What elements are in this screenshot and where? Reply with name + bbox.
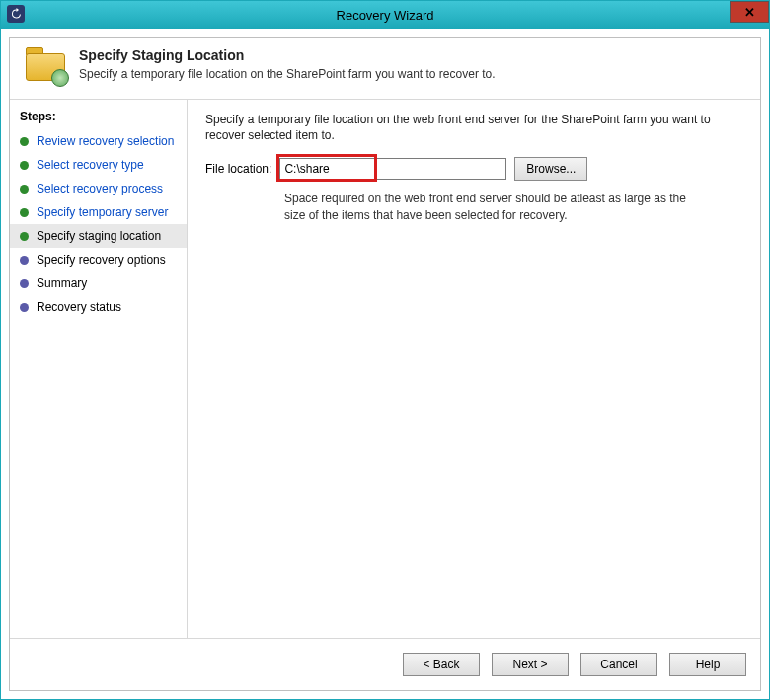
next-button[interactable]: Next > — [492, 653, 569, 676]
app-icon — [7, 5, 25, 23]
instruction-text: Specify a temporary file location on the… — [205, 112, 742, 143]
step-recovery-status[interactable]: Recovery status — [10, 295, 187, 319]
file-location-input[interactable] — [279, 158, 506, 180]
page-title: Specify Staging Location — [79, 47, 496, 63]
close-button[interactable]: ✕ — [730, 1, 769, 23]
wizard-content: Specify a temporary file location on the… — [188, 100, 760, 638]
wizard-frame: Specify Staging Location Specify a tempo… — [9, 37, 761, 691]
step-done-icon — [20, 161, 29, 170]
step-label: Specify recovery options — [37, 253, 166, 267]
step-label: Review recovery selection — [37, 134, 174, 148]
help-button[interactable]: Help — [669, 653, 746, 676]
step-specify-staging-location[interactable]: Specify staging location — [10, 224, 187, 248]
step-done-icon — [20, 232, 29, 241]
step-pending-icon — [20, 303, 29, 312]
step-pending-icon — [20, 279, 29, 288]
wizard-header: Specify Staging Location Specify a tempo… — [10, 38, 760, 100]
back-button[interactable]: < Back — [403, 653, 480, 676]
browse-button[interactable]: Browse... — [514, 157, 587, 181]
close-icon: ✕ — [744, 5, 755, 20]
page-subtitle: Specify a temporary file location on the… — [79, 67, 496, 81]
step-select-recovery-type[interactable]: Select recovery type — [10, 153, 187, 177]
step-summary[interactable]: Summary — [10, 272, 187, 295]
step-label: Recovery status — [37, 300, 121, 314]
steps-header: Steps: — [10, 106, 187, 129]
step-label: Specify temporary server — [37, 205, 168, 219]
step-select-recovery-process[interactable]: Select recovery process — [10, 177, 187, 200]
step-done-icon — [20, 185, 29, 194]
step-done-icon — [20, 137, 29, 146]
recovery-wizard-window: Recovery Wizard ✕ Specify Staging Locati… — [0, 0, 770, 700]
step-specify-temporary-server[interactable]: Specify temporary server — [10, 200, 187, 224]
step-label: Summary — [37, 276, 87, 290]
window-title: Recovery Wizard — [337, 8, 434, 23]
staging-folder-icon — [24, 47, 67, 85]
step-done-icon — [20, 208, 29, 217]
cancel-button[interactable]: Cancel — [580, 653, 657, 676]
titlebar: Recovery Wizard ✕ — [1, 1, 769, 29]
space-requirement-hint: Space required on the web front end serv… — [284, 191, 709, 222]
step-specify-recovery-options[interactable]: Specify recovery options — [10, 248, 187, 272]
step-label: Select recovery type — [37, 158, 144, 172]
step-review-recovery-selection[interactable]: Review recovery selection — [10, 129, 187, 153]
step-label: Select recovery process — [37, 182, 163, 195]
wizard-footer: < Back Next > Cancel Help — [10, 638, 760, 690]
step-pending-icon — [20, 256, 29, 265]
step-label: Specify staging location — [37, 229, 161, 243]
file-location-label: File location: — [205, 162, 271, 176]
steps-sidebar: Steps: Review recovery selection Select … — [10, 100, 188, 638]
